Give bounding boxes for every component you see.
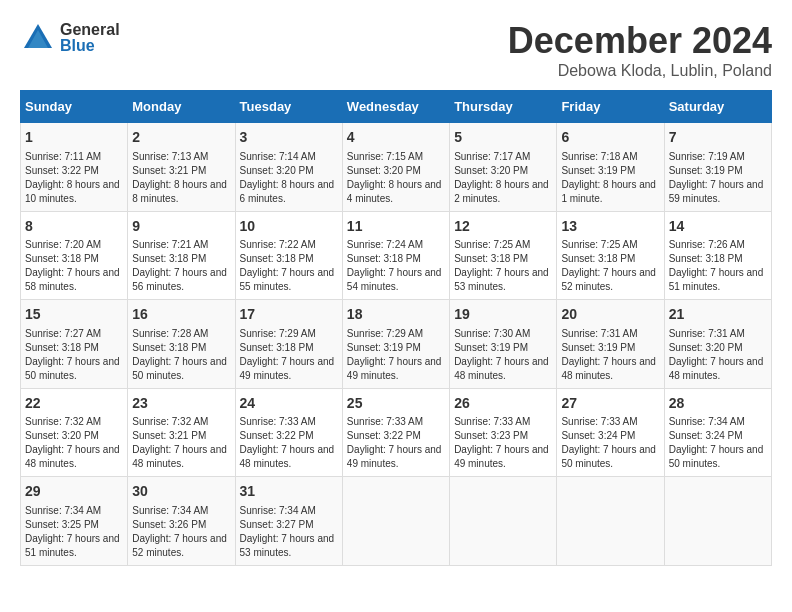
header: General Blue December 2024 Debowa Kloda,…: [20, 20, 772, 80]
day-number: 28: [669, 394, 767, 414]
calendar-cell: [450, 477, 557, 566]
day-number: 31: [240, 482, 338, 502]
main-title: December 2024: [508, 20, 772, 62]
sunset-text: Sunset: 3:20 PM: [454, 165, 528, 176]
calendar-cell: 3Sunrise: 7:14 AMSunset: 3:20 PMDaylight…: [235, 123, 342, 212]
daylight-text: Daylight: 7 hours and 49 minutes.: [347, 444, 442, 469]
calendar-cell: 30Sunrise: 7:34 AMSunset: 3:26 PMDayligh…: [128, 477, 235, 566]
sunset-text: Sunset: 3:18 PM: [25, 253, 99, 264]
header-day-thursday: Thursday: [450, 91, 557, 123]
calendar-cell: 20Sunrise: 7:31 AMSunset: 3:19 PMDayligh…: [557, 300, 664, 389]
header-day-sunday: Sunday: [21, 91, 128, 123]
sunset-text: Sunset: 3:18 PM: [132, 342, 206, 353]
calendar-table: SundayMondayTuesdayWednesdayThursdayFrid…: [20, 90, 772, 566]
daylight-text: Daylight: 7 hours and 48 minutes.: [132, 444, 227, 469]
day-number: 18: [347, 305, 445, 325]
header-day-monday: Monday: [128, 91, 235, 123]
sunrise-text: Sunrise: 7:24 AM: [347, 239, 423, 250]
sunrise-text: Sunrise: 7:19 AM: [669, 151, 745, 162]
sunrise-text: Sunrise: 7:31 AM: [561, 328, 637, 339]
day-number: 17: [240, 305, 338, 325]
sunset-text: Sunset: 3:22 PM: [25, 165, 99, 176]
sunrise-text: Sunrise: 7:34 AM: [240, 505, 316, 516]
day-number: 16: [132, 305, 230, 325]
week-row-5: 29Sunrise: 7:34 AMSunset: 3:25 PMDayligh…: [21, 477, 772, 566]
day-number: 8: [25, 217, 123, 237]
sunset-text: Sunset: 3:21 PM: [132, 165, 206, 176]
day-number: 25: [347, 394, 445, 414]
sunrise-text: Sunrise: 7:28 AM: [132, 328, 208, 339]
calendar-cell: 28Sunrise: 7:34 AMSunset: 3:24 PMDayligh…: [664, 388, 771, 477]
sunset-text: Sunset: 3:20 PM: [240, 165, 314, 176]
daylight-text: Daylight: 8 hours and 10 minutes.: [25, 179, 120, 204]
day-number: 6: [561, 128, 659, 148]
daylight-text: Daylight: 7 hours and 50 minutes.: [669, 444, 764, 469]
daylight-text: Daylight: 8 hours and 8 minutes.: [132, 179, 227, 204]
header-row: SundayMondayTuesdayWednesdayThursdayFrid…: [21, 91, 772, 123]
logo-blue-text: Blue: [60, 38, 120, 54]
daylight-text: Daylight: 7 hours and 49 minutes.: [240, 356, 335, 381]
sunrise-text: Sunrise: 7:20 AM: [25, 239, 101, 250]
subtitle: Debowa Kloda, Lublin, Poland: [508, 62, 772, 80]
sunset-text: Sunset: 3:22 PM: [240, 430, 314, 441]
day-number: 24: [240, 394, 338, 414]
day-number: 22: [25, 394, 123, 414]
sunrise-text: Sunrise: 7:29 AM: [240, 328, 316, 339]
sunrise-text: Sunrise: 7:25 AM: [454, 239, 530, 250]
daylight-text: Daylight: 7 hours and 48 minutes.: [454, 356, 549, 381]
calendar-cell: 11Sunrise: 7:24 AMSunset: 3:18 PMDayligh…: [342, 211, 449, 300]
week-row-2: 8Sunrise: 7:20 AMSunset: 3:18 PMDaylight…: [21, 211, 772, 300]
day-number: 21: [669, 305, 767, 325]
calendar-cell: [557, 477, 664, 566]
sunrise-text: Sunrise: 7:26 AM: [669, 239, 745, 250]
day-number: 10: [240, 217, 338, 237]
daylight-text: Daylight: 7 hours and 48 minutes.: [669, 356, 764, 381]
sunset-text: Sunset: 3:21 PM: [132, 430, 206, 441]
day-number: 12: [454, 217, 552, 237]
sunrise-text: Sunrise: 7:11 AM: [25, 151, 101, 162]
calendar-cell: 1Sunrise: 7:11 AMSunset: 3:22 PMDaylight…: [21, 123, 128, 212]
day-number: 2: [132, 128, 230, 148]
daylight-text: Daylight: 7 hours and 52 minutes.: [132, 533, 227, 558]
day-number: 30: [132, 482, 230, 502]
calendar-cell: 8Sunrise: 7:20 AMSunset: 3:18 PMDaylight…: [21, 211, 128, 300]
day-number: 1: [25, 128, 123, 148]
sunset-text: Sunset: 3:20 PM: [347, 165, 421, 176]
daylight-text: Daylight: 8 hours and 4 minutes.: [347, 179, 442, 204]
sunrise-text: Sunrise: 7:22 AM: [240, 239, 316, 250]
sunset-text: Sunset: 3:19 PM: [669, 165, 743, 176]
sunset-text: Sunset: 3:25 PM: [25, 519, 99, 530]
calendar-cell: 7Sunrise: 7:19 AMSunset: 3:19 PMDaylight…: [664, 123, 771, 212]
day-number: 23: [132, 394, 230, 414]
calendar-cell: 9Sunrise: 7:21 AMSunset: 3:18 PMDaylight…: [128, 211, 235, 300]
calendar-cell: 18Sunrise: 7:29 AMSunset: 3:19 PMDayligh…: [342, 300, 449, 389]
daylight-text: Daylight: 7 hours and 55 minutes.: [240, 267, 335, 292]
day-number: 29: [25, 482, 123, 502]
day-number: 9: [132, 217, 230, 237]
sunrise-text: Sunrise: 7:29 AM: [347, 328, 423, 339]
sunrise-text: Sunrise: 7:32 AM: [132, 416, 208, 427]
day-number: 11: [347, 217, 445, 237]
daylight-text: Daylight: 7 hours and 50 minutes.: [25, 356, 120, 381]
calendar-cell: 6Sunrise: 7:18 AMSunset: 3:19 PMDaylight…: [557, 123, 664, 212]
week-row-4: 22Sunrise: 7:32 AMSunset: 3:20 PMDayligh…: [21, 388, 772, 477]
sunset-text: Sunset: 3:26 PM: [132, 519, 206, 530]
sunrise-text: Sunrise: 7:34 AM: [669, 416, 745, 427]
sunrise-text: Sunrise: 7:34 AM: [132, 505, 208, 516]
calendar-cell: 15Sunrise: 7:27 AMSunset: 3:18 PMDayligh…: [21, 300, 128, 389]
header-day-wednesday: Wednesday: [342, 91, 449, 123]
title-area: December 2024 Debowa Kloda, Lublin, Pola…: [508, 20, 772, 80]
daylight-text: Daylight: 7 hours and 58 minutes.: [25, 267, 120, 292]
day-number: 20: [561, 305, 659, 325]
sunrise-text: Sunrise: 7:33 AM: [454, 416, 530, 427]
calendar-cell: 4Sunrise: 7:15 AMSunset: 3:20 PMDaylight…: [342, 123, 449, 212]
calendar-cell: 16Sunrise: 7:28 AMSunset: 3:18 PMDayligh…: [128, 300, 235, 389]
daylight-text: Daylight: 7 hours and 51 minutes.: [25, 533, 120, 558]
daylight-text: Daylight: 7 hours and 48 minutes.: [25, 444, 120, 469]
sunset-text: Sunset: 3:22 PM: [347, 430, 421, 441]
header-day-saturday: Saturday: [664, 91, 771, 123]
calendar-cell: 10Sunrise: 7:22 AMSunset: 3:18 PMDayligh…: [235, 211, 342, 300]
sunset-text: Sunset: 3:24 PM: [669, 430, 743, 441]
daylight-text: Daylight: 8 hours and 2 minutes.: [454, 179, 549, 204]
logo: General Blue: [20, 20, 120, 56]
